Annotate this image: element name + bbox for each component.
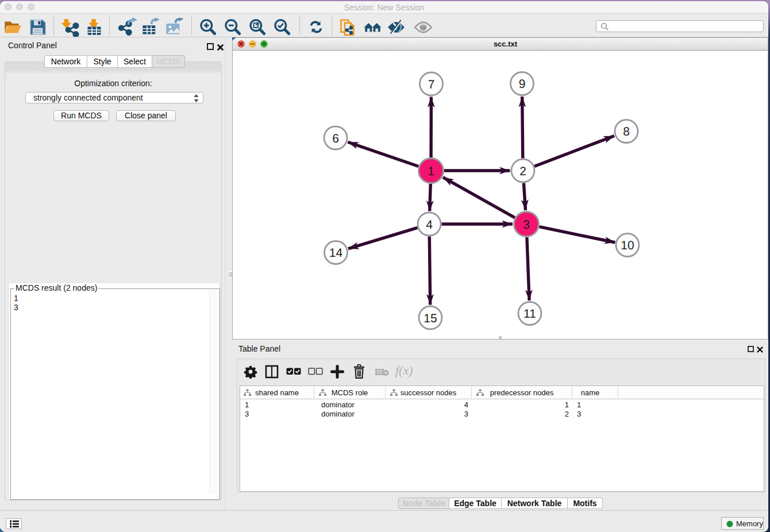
svg-text:6: 6 — [332, 132, 339, 145]
svg-text:15: 15 — [424, 312, 437, 325]
svg-text:7: 7 — [428, 78, 435, 91]
svg-text:9: 9 — [519, 78, 526, 91]
svg-text:11: 11 — [523, 307, 536, 321]
svg-text:8: 8 — [623, 125, 630, 138]
svg-text:4: 4 — [426, 218, 433, 232]
svg-text:3: 3 — [523, 218, 530, 232]
svg-text:2: 2 — [519, 165, 526, 178]
svg-text:10: 10 — [621, 239, 634, 252]
svg-text:14: 14 — [329, 246, 343, 260]
svg-text:1: 1 — [428, 165, 434, 178]
